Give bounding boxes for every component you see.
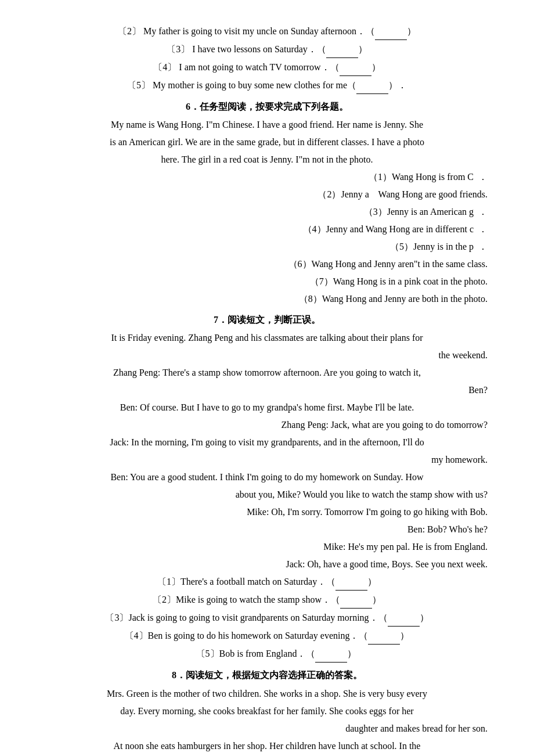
section-7-p1b: the weekend.	[46, 347, 488, 363]
section-7-p6: Ben: You are a good student. I think I'm…	[46, 469, 488, 485]
section-6-q4: （4）Jenny and Wang Hong are in different …	[46, 221, 488, 237]
section-7-p5b: my homework.	[46, 452, 488, 468]
section-7-p7: Mike: Oh, I'm sorry. Tomorrow I'm going …	[46, 504, 488, 520]
section-8: 8．阅读短文，根据短文内容选择正确的答案。 Mrs. Green is the …	[46, 667, 488, 756]
item-4-blank[interactable]	[340, 59, 371, 76]
section-7-q1: 〔1〕There's a football match on Saturday．…	[46, 574, 488, 591]
section-6-q1: （1）Wang Hong is from C ．	[46, 169, 488, 185]
s7-q3-blank[interactable]	[388, 610, 420, 627]
item-3-text: I have two lessons on Saturday．（ ）	[192, 44, 367, 54]
item-5-blank[interactable]	[356, 77, 388, 94]
section-6-q6: （6）Wang Hong and Jenny aren"t in the sam…	[46, 256, 488, 272]
item-4-number: 〔4〕	[153, 62, 176, 72]
section-8-p2: day. Every morning, she cooks breakfast …	[46, 703, 488, 719]
section-8-p1: Mrs. Green is the mother of two children…	[46, 686, 488, 702]
item-5-text: My mother is going to buy some new cloth…	[153, 80, 407, 90]
item-2: 〔2〕 My father is going to visit my uncle…	[46, 23, 488, 40]
section-7-p2: Zhang Peng: There's a stamp show tomorro…	[46, 365, 488, 381]
section-7-q2: 〔2〕Mike is going to watch the stamp show…	[46, 592, 488, 609]
section-6-q5: （5）Jenny is in the p ．	[46, 239, 488, 255]
s7-q1-blank[interactable]	[335, 574, 367, 591]
section-6: 6．任务型阅读，按要求完成下列各题。 My name is Wang Hong.…	[46, 99, 488, 307]
item-3: 〔3〕 I have two lessons on Saturday．（ ）	[46, 41, 488, 58]
section-6-passage-1: My name is Wang Hong. I"m Chinese. I hav…	[46, 117, 488, 133]
section-8-p3: daughter and makes bread for her son.	[46, 721, 488, 737]
section-6-q7: （7）Wang Hong is in a pink coat in the ph…	[46, 273, 488, 290]
item-2-text: My father is going to visit my uncle on …	[143, 26, 416, 36]
section-8-title: 8．阅读短文，根据短文内容选择正确的答案。	[46, 667, 488, 683]
item-2-number: 〔2〕	[118, 26, 141, 36]
section-7-p1: It is Friday evening. Zhang Peng and his…	[46, 330, 488, 346]
section-7-p3: Ben: Of course. But I have to go to my g…	[46, 399, 488, 416]
item-4-text: I am not going to watch TV tomorrow．（ ）	[179, 62, 380, 72]
s7-q4-blank[interactable]	[368, 628, 400, 645]
section-7-q5: 〔5〕Bob is from England．（ ）	[46, 646, 488, 663]
section-7-p6b: about you, Mike? Would you like to watch…	[46, 487, 488, 503]
item-3-blank[interactable]	[326, 41, 358, 58]
section-6-passage-2: is an American girl. We are in the same …	[46, 134, 488, 150]
pre-items: 〔2〕 My father is going to visit my uncle…	[46, 23, 488, 94]
s7-q2-blank[interactable]	[340, 592, 372, 609]
section-7: 7．阅读短文，判断正误。 It is Friday evening. Zhang…	[46, 312, 488, 663]
section-7-q3: 〔3〕Jack is going to going to visit grand…	[46, 610, 488, 627]
section-6-q8: （8）Wang Hong and Jenny are both in the p…	[46, 291, 488, 307]
section-8-p4: At noon she eats hamburgers in her shop.…	[46, 738, 488, 754]
item-5-number: 〔5〕	[127, 80, 150, 90]
section-7-p2b: Ben?	[46, 382, 488, 398]
page-content: 〔2〕 My father is going to visit my uncle…	[46, 23, 488, 756]
section-7-p9: Mike: He's my pen pal. He is from Englan…	[46, 539, 488, 555]
section-7-p10: Jack: Oh, have a good time, Boys. See yo…	[46, 556, 488, 573]
section-6-q3: （3）Jenny is an American g ．	[46, 204, 488, 220]
item-3-number: 〔3〕	[167, 44, 190, 54]
section-7-q4: 〔4〕Ben is going to do his homework on Sa…	[46, 628, 488, 645]
section-6-q2: （2）Jenny a Wang Hong are good friends.	[46, 186, 488, 203]
section-7-p8: Ben: Bob? Who's he?	[46, 521, 488, 538]
item-4: 〔4〕 I am not going to watch TV tomorrow．…	[46, 59, 488, 76]
section-6-passage-3: here. The girl in a red coat is Jenny. I…	[46, 152, 488, 168]
section-7-p5: Jack: In the morning, I'm going to visit…	[46, 434, 488, 451]
section-7-title: 7．阅读短文，判断正误。	[46, 312, 488, 327]
section-6-title: 6．任务型阅读，按要求完成下列各题。	[46, 99, 488, 114]
item-2-blank[interactable]	[375, 23, 407, 40]
section-7-p4: Zhang Peng: Jack, what are you going to …	[46, 417, 488, 433]
item-5: 〔5〕 My mother is going to buy some new c…	[46, 77, 488, 94]
s7-q5-blank[interactable]	[315, 646, 347, 663]
